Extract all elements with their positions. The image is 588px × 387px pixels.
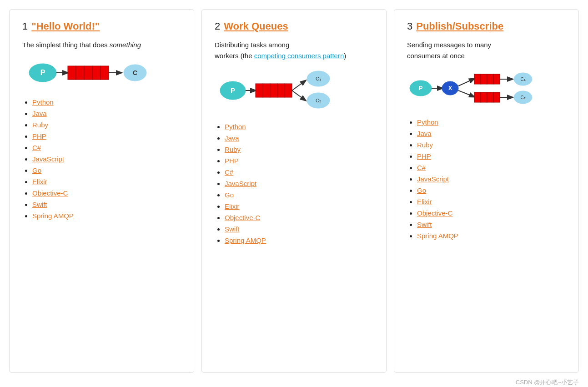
link-javascript-2[interactable]: JavaScript — [225, 180, 256, 187]
svg-line-19 — [292, 80, 306, 90]
link-csharp-1[interactable]: C# — [32, 144, 41, 151]
list-item: Ruby — [32, 121, 181, 129]
list-item: Ruby — [225, 146, 373, 153]
link-ruby-3[interactable]: Ruby — [417, 141, 433, 149]
svg-rect-17 — [277, 84, 285, 97]
list-item: PHP — [32, 132, 181, 140]
link-elixir-1[interactable]: Elixir — [32, 178, 47, 186]
svg-rect-6 — [92, 66, 101, 80]
list-item: Elixir — [225, 202, 373, 210]
card-pubsub: 3 Publish/Subscribe Sending messages to … — [394, 9, 579, 373]
list-item: Go — [417, 186, 566, 194]
svg-rect-16 — [270, 84, 277, 97]
diagram-pubsub: P X — [407, 68, 566, 110]
links-list-3: Python Java Ruby PHP C# JavaScript Go El… — [407, 118, 566, 240]
svg-rect-34 — [487, 74, 493, 84]
svg-rect-18 — [285, 84, 292, 97]
list-item: PHP — [417, 152, 566, 160]
svg-rect-32 — [474, 74, 481, 84]
svg-text:C: C — [133, 69, 137, 76]
list-item: C# — [225, 168, 373, 176]
list-item: Swift — [417, 221, 566, 228]
svg-text:C₂: C₂ — [520, 95, 525, 100]
link-java-3[interactable]: Java — [417, 130, 432, 137]
list-item: Elixir — [32, 178, 181, 186]
card-title-1[interactable]: "Hello World!" — [31, 20, 100, 32]
svg-rect-3 — [68, 66, 76, 80]
svg-line-30 — [458, 79, 474, 86]
link-spring-1[interactable]: Spring AMQP — [32, 212, 74, 220]
list-item: JavaScript — [32, 155, 181, 163]
link-elixir-2[interactable]: Elixir — [225, 202, 240, 210]
link-go-2[interactable]: Go — [225, 191, 234, 199]
svg-rect-7 — [101, 66, 109, 80]
link-ruby-2[interactable]: Ruby — [225, 146, 241, 153]
svg-text:C₂: C₂ — [316, 98, 321, 103]
list-item: Spring AMQP — [32, 212, 181, 220]
link-swift-3[interactable]: Swift — [417, 221, 432, 228]
link-javascript-1[interactable]: JavaScript — [32, 155, 64, 163]
card-desc-1: The simplest thing that does something — [22, 40, 181, 50]
list-item: Spring AMQP — [417, 232, 566, 240]
svg-text:P: P — [40, 69, 45, 76]
svg-rect-14 — [256, 84, 263, 97]
link-go-3[interactable]: Go — [417, 186, 426, 194]
svg-text:C₁: C₁ — [520, 77, 525, 82]
card-header-2: 2 Work Queues — [215, 20, 373, 32]
link-objectivec-2[interactable]: Objective-C — [225, 214, 260, 221]
list-item: Java — [32, 110, 181, 117]
list-item: Objective-C — [32, 189, 181, 197]
link-php-2[interactable]: PHP — [225, 157, 239, 165]
card-header-3: 3 Publish/Subscribe — [407, 20, 566, 32]
svg-line-31 — [458, 90, 474, 97]
list-item: Objective-C — [225, 214, 373, 221]
link-csharp-2[interactable]: C# — [225, 168, 233, 176]
list-item: Python — [225, 123, 373, 131]
link-objectivec-1[interactable]: Objective-C — [32, 189, 68, 197]
list-item: Python — [417, 118, 566, 126]
link-swift-2[interactable]: Swift — [225, 225, 240, 233]
svg-rect-5 — [84, 66, 92, 80]
link-javascript-3[interactable]: JavaScript — [417, 175, 449, 183]
card-num-1: 1 — [22, 20, 28, 32]
card-num-2: 2 — [215, 20, 220, 32]
link-objectivec-3[interactable]: Objective-C — [417, 209, 452, 217]
card-title-2[interactable]: Work Queues — [224, 20, 288, 32]
link-spring-3[interactable]: Spring AMQP — [417, 232, 458, 240]
link-go-1[interactable]: Go — [32, 166, 41, 174]
link-php-1[interactable]: PHP — [32, 132, 46, 140]
link-competing-consumers[interactable]: competing consumers pattern — [254, 52, 344, 60]
svg-rect-38 — [487, 92, 493, 102]
link-python-1[interactable]: Python — [32, 98, 54, 106]
list-item: C# — [32, 144, 181, 151]
list-item: Java — [225, 134, 373, 142]
svg-text:C₁: C₁ — [316, 76, 321, 81]
card-title-3[interactable]: Publish/Subscribe — [416, 20, 503, 32]
svg-rect-39 — [493, 92, 500, 102]
card-work-queues: 2 Work Queues Distributing tasks amongwo… — [201, 9, 387, 373]
link-python-2[interactable]: Python — [225, 123, 246, 131]
card-num-3: 3 — [407, 20, 412, 32]
link-spring-2[interactable]: Spring AMQP — [225, 236, 266, 244]
list-item: Python — [32, 98, 181, 106]
footer: CSDN @开心吧~小艺子 — [9, 378, 579, 387]
link-java-2[interactable]: Java — [225, 134, 239, 142]
link-elixir-3[interactable]: Elixir — [417, 198, 432, 206]
list-item: JavaScript — [225, 180, 373, 187]
svg-text:X: X — [448, 85, 452, 91]
card-header-1: 1 "Hello World!" — [22, 20, 181, 32]
link-csharp-3[interactable]: C# — [417, 164, 426, 171]
svg-rect-35 — [493, 74, 500, 84]
link-python-3[interactable]: Python — [417, 118, 438, 126]
list-item: Swift — [32, 201, 181, 208]
link-java-1[interactable]: Java — [32, 110, 47, 117]
svg-line-20 — [292, 90, 306, 101]
link-php-3[interactable]: PHP — [417, 152, 431, 160]
list-item: Objective-C — [417, 209, 566, 217]
list-item: Swift — [225, 225, 373, 233]
link-ruby-1[interactable]: Ruby — [32, 121, 48, 129]
link-swift-1[interactable]: Swift — [32, 201, 47, 208]
list-item: Elixir — [417, 198, 566, 206]
svg-rect-33 — [481, 74, 487, 84]
svg-text:P: P — [231, 86, 235, 94]
